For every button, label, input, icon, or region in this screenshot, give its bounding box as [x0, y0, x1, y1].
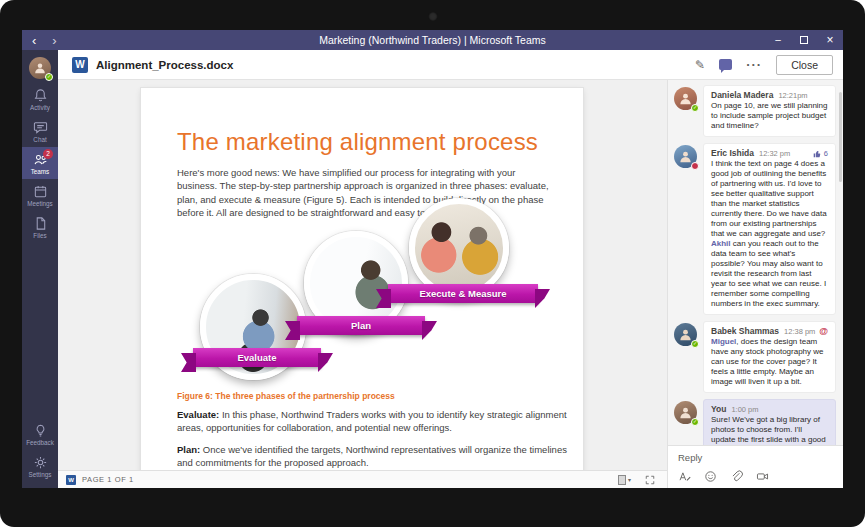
message-author: You: [711, 404, 726, 414]
message-card[interactable]: Eric Ishida 12:32 pm 6 I think the text …: [703, 143, 836, 315]
calendar-icon: [33, 184, 48, 199]
chevron-down-icon: ▾: [628, 476, 631, 483]
document-filename: Alignment_Process.docx: [96, 59, 233, 71]
conversation-toggle-icon[interactable]: [719, 59, 732, 70]
person-icon: [678, 149, 693, 164]
sidebar-item-feedback[interactable]: Feedback: [22, 418, 58, 450]
sidebar-item-label: Settings: [29, 471, 52, 478]
avatar-babek[interactable]: ✓: [674, 323, 697, 346]
message-row: ✓ Babek Shammas 12:38 pm @ Miguel, does …: [674, 321, 836, 393]
person-icon: [678, 405, 693, 420]
forward-button[interactable]: ›: [52, 34, 56, 47]
sidebar-item-teams[interactable]: 2 Teams: [22, 147, 58, 179]
sidebar-item-label: Meetings: [27, 200, 53, 207]
window-titlebar: ‹ › Marketing (Northwind Traders) | Micr…: [22, 30, 843, 50]
message-time: 1:00 pm: [731, 405, 758, 414]
files-icon: [33, 216, 48, 231]
message-card-self[interactable]: You 1:00 pm Sure! We've got a big librar…: [703, 399, 836, 445]
evaluate-ribbon: Evaluate: [193, 348, 321, 367]
webcam-icon: [428, 12, 437, 21]
word-icon-small: W: [66, 475, 76, 485]
message-list: ✓ Daniela Madera 12:21pm On page 10, are…: [668, 80, 843, 445]
device-frame: ‹ › Marketing (Northwind Traders) | Micr…: [0, 0, 865, 527]
format-icon[interactable]: [678, 470, 691, 483]
gear-icon: [33, 455, 48, 470]
avatar-you[interactable]: ✓: [674, 401, 697, 424]
sidebar-item-chat[interactable]: Chat: [22, 115, 58, 147]
app-sidebar: ✓ Activity Chat 2 Teams Meetin: [22, 50, 58, 488]
document-heading: The marketing alignment process: [177, 128, 538, 156]
paragraph-evaluate: Evaluate: In this phase, Northwind Trade…: [177, 408, 567, 435]
close-window-button[interactable]: ×: [817, 30, 843, 50]
document-viewer: The marketing alignment process Here's m…: [58, 80, 667, 488]
document-page: The marketing alignment process Here's m…: [141, 88, 583, 470]
document-header: W Alignment_Process.docx ✎ ··· Close: [58, 50, 843, 80]
sidebar-item-files[interactable]: Files: [22, 211, 58, 243]
message-row: ✓ Daniela Madera 12:21pm On page 10, are…: [674, 85, 836, 137]
minimize-button[interactable]: –: [765, 30, 791, 50]
avatar-eric[interactable]: [674, 145, 697, 168]
word-icon: W: [72, 57, 88, 73]
document-intro-paragraph: Here's more good news: We have simplifie…: [177, 166, 555, 220]
person-icon: [678, 91, 693, 106]
mention-badge-icon: @: [819, 326, 828, 336]
chat-icon: [33, 120, 48, 135]
back-button[interactable]: ‹: [32, 34, 36, 47]
paragraph-lead: Plan:: [177, 444, 200, 455]
teams-unread-badge: 2: [43, 149, 53, 159]
close-document-button[interactable]: Close: [776, 55, 833, 75]
page-view-icon: [618, 475, 626, 485]
sidebar-item-label: Activity: [30, 104, 50, 111]
teams-window: ‹ › Marketing (Northwind Traders) | Micr…: [22, 30, 843, 488]
more-options-icon[interactable]: ···: [746, 57, 762, 72]
reply-input[interactable]: Reply: [678, 452, 833, 463]
message-author: Eric Ishida: [711, 148, 754, 158]
edit-pencil-icon[interactable]: ✎: [695, 58, 705, 72]
maximize-button[interactable]: [791, 30, 817, 50]
message-text: Sure! We've got a big library of photos …: [711, 415, 828, 445]
presence-busy-icon: [691, 162, 699, 170]
message-text: On page 10, are we still planning to inc…: [711, 101, 828, 131]
message-card[interactable]: Daniela Madera 12:21pm On page 10, are w…: [703, 85, 836, 137]
chat-scrollbar[interactable]: [839, 92, 842, 182]
conversation-panel: ✓ Daniela Madera 12:21pm On page 10, are…: [667, 80, 843, 488]
message-time: 12:32 pm: [759, 149, 790, 158]
presence-available-icon: ✓: [45, 73, 53, 81]
execute-measure-ribbon: Execute & Measure: [388, 284, 538, 303]
message-time: 12:21pm: [778, 91, 807, 100]
avatar-daniela[interactable]: ✓: [674, 87, 697, 110]
mention-akhil[interactable]: Akhil: [711, 239, 731, 248]
message-card[interactable]: Babek Shammas 12:38 pm @ Miguel, does th…: [703, 321, 836, 393]
sidebar-item-label: Teams: [31, 168, 50, 175]
sidebar-item-activity[interactable]: Activity: [22, 83, 58, 115]
message-row: Eric Ishida 12:32 pm 6 I think the text …: [674, 143, 836, 315]
message-author: Babek Shammas: [711, 326, 779, 336]
message-text: I think the text on page 4 does a good j…: [711, 159, 828, 309]
sidebar-item-settings[interactable]: Settings: [22, 450, 58, 482]
mention-miguel[interactable]: Miguel: [711, 337, 736, 346]
bell-icon: [33, 88, 48, 103]
maximize-icon: [800, 36, 808, 44]
view-mode-button[interactable]: ▾: [618, 475, 631, 485]
expand-icon: [645, 475, 655, 485]
emoji-icon[interactable]: [704, 470, 717, 483]
reply-compose-area: Reply: [668, 445, 843, 488]
document-canvas[interactable]: The marketing alignment process Here's m…: [58, 80, 667, 470]
paragraph-text: In this phase, Northwind Traders works w…: [177, 409, 567, 433]
attach-icon[interactable]: [730, 470, 743, 483]
sidebar-item-label: Files: [33, 232, 46, 239]
window-title: Marketing (Northwind Traders) | Microsof…: [319, 34, 546, 46]
paragraph-plan: Plan: Once we've identified the targets,…: [177, 443, 567, 470]
paragraph-text: Once we've identified the targets, North…: [177, 444, 567, 468]
sidebar-item-meetings[interactable]: Meetings: [22, 179, 58, 211]
document-body: Evaluate: In this phase, Northwind Trade…: [177, 408, 567, 470]
video-icon[interactable]: [756, 470, 769, 483]
user-avatar[interactable]: ✓: [29, 57, 51, 79]
message-row: ✓ You 1:00 pm Sure! We've got a big libr…: [674, 399, 836, 445]
paragraph-lead: Evaluate:: [177, 409, 219, 420]
message-text-part: I think the text on page 4 does a good j…: [711, 159, 827, 238]
person-icon: [678, 327, 693, 342]
presence-available-icon: ✓: [691, 418, 699, 426]
thumbs-up-icon[interactable]: [813, 149, 822, 158]
fullscreen-button[interactable]: [645, 475, 655, 485]
